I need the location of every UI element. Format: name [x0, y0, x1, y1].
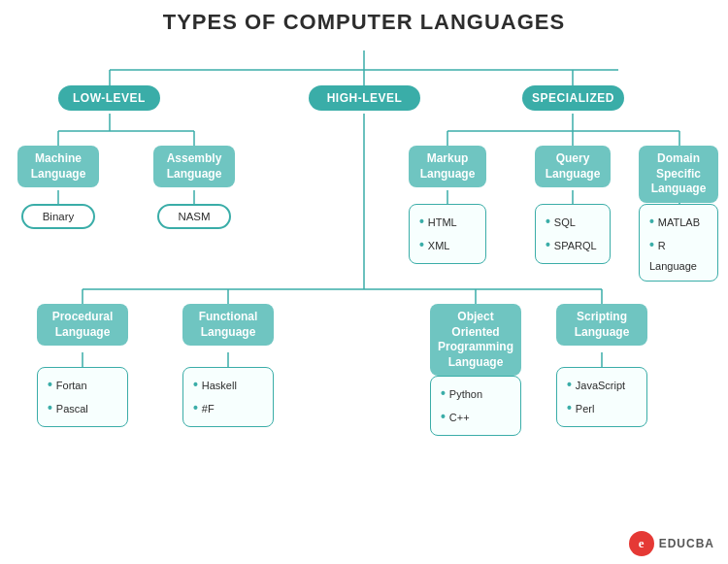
diagram: TYPES OF COMPUTER LANGUAGES	[0, 0, 728, 564]
markup-item-1: HTML	[419, 211, 476, 234]
domain-specific-node: Domain Specific Language	[639, 146, 718, 190]
script-item-1: JavaScript	[567, 374, 637, 397]
assembly-language-node: Assembly Language	[153, 146, 235, 190]
proc-item-1: Fortan	[48, 374, 117, 397]
domain-list: MATLAB R Language	[639, 204, 718, 282]
proc-list-node: Fortan Pascal	[37, 367, 128, 427]
scripting-label: Scripting Language	[556, 304, 647, 346]
oop-list: Python C++	[430, 376, 521, 436]
script-item-2: Perl	[567, 397, 637, 420]
specialized-node: SPECIALIZED	[522, 85, 624, 115]
markup-language-label: Markup Language	[409, 146, 486, 187]
func-list: Haskell #F	[182, 367, 274, 427]
oop-node: Object Oriented Programming Language	[430, 304, 521, 362]
logo-text: EDUCBA	[659, 537, 714, 550]
low-level-label: LOW-LEVEL	[58, 85, 160, 111]
oop-item-1: Python	[441, 382, 511, 406]
query-item-1: SQL	[546, 211, 600, 234]
nasm-label: NASM	[157, 204, 231, 229]
procedural-node: Procedural Language	[37, 304, 128, 354]
binary-label: Binary	[21, 204, 95, 229]
query-language-node: Query Language	[535, 146, 611, 190]
specialized-label: SPECIALIZED	[522, 85, 624, 111]
procedural-label: Procedural Language	[37, 304, 128, 346]
func-item-2: #F	[193, 397, 263, 420]
binary-node: Binary	[21, 204, 95, 229]
assembly-language-label: Assembly Language	[153, 146, 235, 187]
nasm-node: NASM	[157, 204, 231, 229]
func-list-node: Haskell #F	[182, 367, 274, 427]
machine-language-label: Machine Language	[17, 146, 99, 187]
func-item-1: Haskell	[193, 374, 263, 397]
domain-specific-label: Domain Specific Language	[639, 146, 718, 203]
markup-item-2: XML	[419, 234, 476, 257]
high-level-node: HIGH-LEVEL	[309, 85, 420, 115]
logo-icon: e	[629, 531, 654, 556]
logo: e EDUCBA	[629, 531, 714, 556]
domain-item-1: MATLAB	[649, 211, 708, 234]
oop-label: Object Oriented Programming Language	[430, 304, 521, 376]
query-list-node: SQL SPARQL	[535, 204, 611, 264]
script-list-node: JavaScript Perl	[556, 367, 647, 427]
markup-language-node: Markup Language	[409, 146, 486, 190]
functional-node: Functional Language	[182, 304, 274, 354]
domain-list-node: MATLAB R Language	[639, 204, 718, 282]
query-list: SQL SPARQL	[535, 204, 611, 264]
low-level-node: LOW-LEVEL	[58, 85, 160, 115]
high-level-label: HIGH-LEVEL	[309, 85, 420, 111]
proc-list: Fortan Pascal	[37, 367, 128, 427]
scripting-node: Scripting Language	[556, 304, 647, 354]
markup-list-node: HTML XML	[409, 204, 486, 264]
markup-list: HTML XML	[409, 204, 486, 264]
domain-item-2: R Language	[649, 234, 708, 275]
functional-label: Functional Language	[182, 304, 274, 346]
machine-language-node: Machine Language	[17, 146, 99, 190]
oop-item-2: C++	[441, 406, 511, 429]
oop-list-node: Python C++	[430, 376, 521, 436]
query-item-2: SPARQL	[546, 234, 600, 257]
proc-item-2: Pascal	[48, 397, 117, 420]
script-list: JavaScript Perl	[556, 367, 647, 427]
page-title: TYPES OF COMPUTER LANGUAGES	[15, 10, 713, 35]
query-language-label: Query Language	[535, 146, 611, 187]
